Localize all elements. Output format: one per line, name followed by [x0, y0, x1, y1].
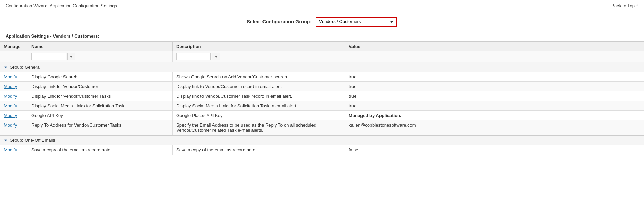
table-row: ModifyReply To Address for Vendor/Custom… — [0, 120, 644, 135]
name-filter-wrapper: ▼ — [31, 53, 169, 60]
modify-link[interactable]: Modify — [4, 147, 17, 152]
modify-link[interactable]: Modify — [4, 93, 17, 99]
filter-row: ▼ ▼ — [0, 51, 644, 62]
section-title: Application Settings - Vendors / Custome… — [0, 32, 644, 41]
table-row: ModifyDisplay Link for Vendor/Customer T… — [0, 91, 644, 101]
table-row: ModifyDisplay Link for Vendor/CustomerDi… — [0, 81, 644, 91]
main-table: Manage Name Description Value ▼ — [0, 41, 644, 155]
modify-link[interactable]: Modify — [4, 122, 17, 128]
config-group-select-wrapper: Vendors / Customers General Email Securi… — [316, 17, 397, 27]
table-row: ModifyGoogle API KeyGoogle Places API Ke… — [0, 110, 644, 120]
name-cell: Reply To Address for Vendor/Customer Tas… — [28, 120, 173, 135]
config-group-row: Select Configuration Group: Vendors / Cu… — [0, 11, 644, 32]
modify-link[interactable]: Modify — [4, 103, 17, 108]
name-filter-icon[interactable]: ▼ — [67, 53, 75, 60]
top-header: Configuration Wizard: Application Config… — [0, 0, 644, 11]
manage-cell: Modify — [0, 72, 28, 81]
group-toggle-icon[interactable]: ▼ — [4, 65, 8, 69]
group-toggle-icon[interactable]: ▼ — [4, 138, 8, 142]
description-cell: Shows Google Search on Add Vendor/Custom… — [173, 72, 345, 81]
name-cell: Display Link for Vendor/Customer — [28, 81, 173, 91]
manage-cell: Modify — [0, 145, 28, 155]
modify-link[interactable]: Modify — [4, 113, 17, 118]
table-body: ▼Group: GeneralModifyDisplay Google Sear… — [0, 62, 644, 155]
name-cell: Display Google Search — [28, 72, 173, 81]
table-row: ModifyDisplay Google SearchShows Google … — [0, 72, 644, 81]
manage-cell: Modify — [0, 91, 28, 101]
filter-cell-manage — [0, 51, 28, 62]
col-header-description: Description — [173, 41, 345, 51]
table-row: ModifySave a copy of the email as record… — [0, 145, 644, 155]
table-row: ModifyDisplay Social Media Links for Sol… — [0, 101, 644, 110]
value-cell: true — [345, 81, 644, 91]
filter-cell-desc: ▼ — [173, 51, 345, 62]
value-cell: false — [345, 145, 644, 155]
select-dropdown-icon: ▼ — [387, 18, 397, 26]
description-cell: Save a copy of the email as record note — [173, 145, 345, 155]
filter-cell-value — [345, 51, 644, 62]
description-cell: Display Social Media Links for Solicitat… — [173, 101, 345, 110]
modify-link[interactable]: Modify — [4, 74, 17, 79]
name-cell: Google API Key — [28, 110, 173, 120]
name-cell: Display Link for Vendor/Customer Tasks — [28, 91, 173, 101]
description-cell: Display link to Vendor/Customer record i… — [173, 81, 345, 91]
value-cell: true — [345, 101, 644, 110]
col-header-value: Value — [345, 41, 644, 51]
modify-link[interactable]: Modify — [4, 84, 17, 89]
description-cell: Google Places API Key — [173, 110, 345, 120]
group-label: Group: General — [10, 65, 41, 70]
manage-cell: Modify — [0, 110, 28, 120]
desc-filter-input[interactable] — [176, 53, 211, 60]
filter-cell-name: ▼ — [28, 51, 173, 62]
manage-cell: Modify — [0, 101, 28, 110]
back-to-top-arrow-icon: ↑ — [636, 3, 638, 8]
back-to-top-label: Back to Top — [611, 3, 635, 8]
group-header-row: ▼Group: One-Off Emails — [0, 135, 644, 145]
desc-filter-icon[interactable]: ▼ — [212, 53, 220, 60]
config-group-label: Select Configuration Group: — [247, 19, 311, 24]
col-header-manage: Manage — [0, 41, 28, 51]
group-label: Group: One-Off Emails — [10, 138, 55, 143]
value-cell: kallen@cobblestonesoftware.com — [345, 120, 644, 135]
group-header-row: ▼Group: General — [0, 62, 644, 72]
table-wrapper: Manage Name Description Value ▼ — [0, 41, 644, 155]
name-cell: Save a copy of the email as record note — [28, 145, 173, 155]
name-cell: Display Social Media Links for Solicitat… — [28, 101, 173, 110]
description-cell: Display link to Vendor/Customer Task rec… — [173, 91, 345, 101]
description-cell: Specify the Email Address to be used as … — [173, 120, 345, 135]
manage-cell: Modify — [0, 120, 28, 135]
name-filter-input[interactable] — [31, 53, 66, 60]
page-container: Configuration Wizard: Application Config… — [0, 0, 644, 208]
table-header-row: Manage Name Description Value — [0, 41, 644, 51]
value-cell: true — [345, 72, 644, 81]
col-header-name: Name — [28, 41, 173, 51]
back-to-top-link[interactable]: Back to Top ↑ — [611, 3, 638, 8]
desc-filter-wrapper: ▼ — [176, 53, 341, 60]
value-cell: Managed by Application. — [345, 110, 644, 120]
value-cell: true — [345, 91, 644, 101]
page-title: Configuration Wizard: Application Config… — [6, 3, 117, 8]
manage-cell: Modify — [0, 81, 28, 91]
config-group-select[interactable]: Vendors / Customers General Email Securi… — [316, 18, 385, 26]
